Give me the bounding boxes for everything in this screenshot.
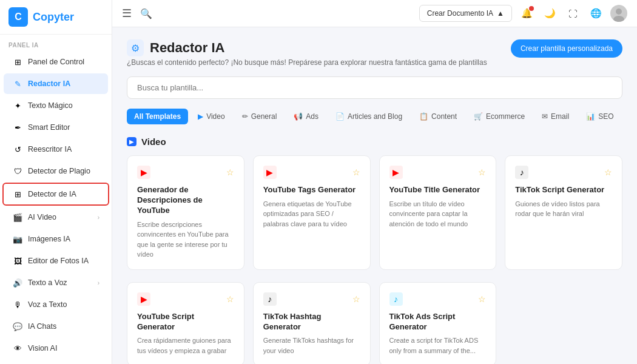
sidebar-item-detector-ia[interactable]: ⊞ Detector de IA bbox=[2, 183, 109, 206]
tab-content[interactable]: 📋 Content bbox=[412, 109, 464, 124]
hamburger-icon[interactable]: ☰ bbox=[122, 7, 132, 20]
edit-icon: ✎ bbox=[12, 78, 23, 89]
tiktok-ads-icon: ♪ bbox=[389, 292, 403, 306]
sidebar-item-redactor-ia[interactable]: ✎ Redactor IA bbox=[4, 73, 108, 94]
star-icon[interactable]: ☆ bbox=[478, 294, 486, 304]
sidebar-item-panel-control[interactable]: ⊞ Panel de Control bbox=[4, 52, 108, 72]
topbar: ☰ 🔍 Crear Documento IA ▲ 🔔 🌙 ⛶ 🌐 bbox=[112, 0, 637, 27]
card-title: TikTok Ads Script Generator bbox=[389, 312, 487, 332]
card-top: ♪ ☆ bbox=[389, 292, 487, 306]
create-doc-label: Crear Documento IA bbox=[427, 9, 493, 18]
tab-general[interactable]: ✏ General bbox=[235, 109, 285, 124]
cards-row-1: ▶ ☆ Generador de Descripciones de YouTub… bbox=[127, 155, 622, 270]
create-template-button[interactable]: Crear plantilla personalizada bbox=[511, 39, 622, 58]
chevron-up-icon: ▲ bbox=[497, 9, 504, 18]
star-icon[interactable]: ☆ bbox=[478, 167, 486, 177]
search-icon[interactable]: 🔍 bbox=[140, 8, 152, 19]
chevron-right-icon: › bbox=[98, 214, 99, 221]
card-desc: Guiones de vídeo listos para rodar que l… bbox=[515, 199, 612, 219]
fullscreen-icon[interactable]: ⛶ bbox=[564, 5, 581, 22]
sidebar-label: AI Video bbox=[28, 213, 98, 221]
card-desc: Generate TikToks hashtags for your video bbox=[263, 335, 360, 356]
star-icon[interactable]: ☆ bbox=[226, 167, 234, 177]
sidebar-item-vision-ai[interactable]: 👁 Vision AI bbox=[4, 338, 108, 359]
chat-icon: 💬 bbox=[12, 321, 23, 332]
sidebar-label: Voz a Texto bbox=[28, 300, 99, 309]
sidebar-item-imagenes-ia[interactable]: 📷 Imágenes IA bbox=[4, 229, 108, 249]
sidebar-item-ia-chats[interactable]: 💬 IA Chats bbox=[4, 316, 108, 337]
card-desc: Escribe descripciones convincentes en Yo… bbox=[137, 220, 234, 260]
logo-icon: C bbox=[8, 7, 28, 27]
refresh-icon: ↺ bbox=[12, 144, 23, 155]
create-doc-button[interactable]: Crear Documento IA ▲ bbox=[419, 5, 512, 22]
tab-ecommerce[interactable]: 🛒 Ecommerce bbox=[467, 109, 532, 124]
page-subtitle: ¿Buscas el contenido perfecto? ¡No busqu… bbox=[127, 58, 487, 67]
star-icon[interactable]: ☆ bbox=[226, 294, 234, 304]
avatar[interactable] bbox=[610, 5, 627, 22]
sidebar-label: Reescritor IA bbox=[28, 145, 99, 153]
content-area: ⚙ Redactor IA ¿Buscas el contenido perfe… bbox=[112, 27, 637, 364]
globe-icon[interactable]: 🌐 bbox=[587, 5, 604, 22]
card-title: YouTube Title Generator bbox=[389, 185, 487, 195]
card-top: ♪ ☆ bbox=[515, 166, 612, 179]
tabs-bar: All Templates ▶ Video ✏ General 📢 Ads 📄 … bbox=[127, 109, 622, 124]
card-yt-desc[interactable]: ▶ ☆ Generador de Descripciones de YouTub… bbox=[127, 155, 244, 270]
sidebar-item-voz-a-texto[interactable]: 🎙 Voz a Texto bbox=[4, 294, 108, 315]
card-placeholder bbox=[505, 282, 622, 364]
card-yt-tags[interactable]: ▶ ☆ YouTube Tags Generator Genera etique… bbox=[253, 155, 371, 270]
sidebar-item-reescritor-ia[interactable]: ↺ Reescritor IA bbox=[4, 139, 108, 160]
card-yt-title[interactable]: ▶ ☆ YouTube Title Generator Escribe un t… bbox=[379, 155, 497, 270]
tab-seo[interactable]: 📊 SEO bbox=[579, 109, 621, 124]
tab-label: Articles and Blog bbox=[348, 112, 402, 121]
card-title: TikTok Script Generator bbox=[515, 185, 612, 195]
star-icon[interactable]: ☆ bbox=[604, 167, 612, 177]
card-tiktok-ads[interactable]: ♪ ☆ TikTok Ads Script Generator Create a… bbox=[379, 282, 497, 364]
topbar-icons: 🔔 🌙 ⛶ 🌐 bbox=[518, 5, 627, 22]
card-tiktok-hashtag[interactable]: ♪ ☆ TikTok Hashtag Generator Generate Ti… bbox=[253, 282, 371, 364]
content-tab-icon: 📋 bbox=[419, 112, 428, 121]
notification-icon[interactable]: 🔔 bbox=[518, 5, 535, 22]
tab-ads[interactable]: 📢 Ads bbox=[286, 109, 326, 124]
tab-label: Ecommerce bbox=[486, 112, 525, 121]
star-icon[interactable]: ☆ bbox=[352, 294, 360, 304]
sidebar-label: Texto a Voz bbox=[28, 278, 98, 287]
magic-icon: ✦ bbox=[12, 100, 23, 111]
card-desc: Genera etiquetas de YouTube optimizadas … bbox=[263, 199, 360, 229]
tab-articles[interactable]: 📄 Articles and Blog bbox=[328, 109, 410, 124]
sidebar-item-texto-magico[interactable]: ✦ Texto Mágico bbox=[4, 95, 108, 116]
detector-icon: ⊞ bbox=[12, 189, 23, 200]
article-tab-icon: 📄 bbox=[335, 112, 345, 121]
moon-icon[interactable]: 🌙 bbox=[541, 5, 558, 22]
shield-icon: 🛡 bbox=[12, 166, 23, 177]
star-icon[interactable]: ☆ bbox=[352, 167, 360, 177]
main-area: ☰ 🔍 Crear Documento IA ▲ 🔔 🌙 ⛶ 🌐 ⚙ bbox=[112, 0, 637, 364]
youtube-icon: ▶ bbox=[137, 166, 150, 179]
sidebar-item-texto-a-voz[interactable]: 🔊 Texto a Voz › bbox=[4, 272, 108, 293]
card-yt-script[interactable]: ▶ ☆ YouTube Script Generator Crea rápida… bbox=[127, 282, 244, 364]
sidebar-item-ai-video[interactable]: 🎬 AI Video › bbox=[4, 207, 108, 228]
page-title: Redactor IA bbox=[150, 40, 224, 56]
sidebar-item-smart-editor[interactable]: ✒ Smart Editor bbox=[4, 117, 108, 138]
sound-icon: 🔊 bbox=[12, 277, 23, 288]
ads-tab-icon: 📢 bbox=[294, 112, 303, 121]
sidebar-label: Redactor IA bbox=[28, 79, 99, 88]
sidebar: C Copyter PANEL IA ⊞ Panel de Control ✎ … bbox=[0, 0, 112, 364]
cards-row-2: ▶ ☆ YouTube Script Generator Crea rápida… bbox=[127, 282, 622, 364]
tab-video[interactable]: ▶ Video bbox=[190, 109, 232, 124]
template-search-input[interactable] bbox=[127, 76, 622, 99]
eye-icon: 👁 bbox=[12, 343, 23, 354]
tab-email[interactable]: ✉ Email bbox=[534, 109, 576, 124]
sidebar-item-editor-fotos-ia[interactable]: 🖼 Editor de Fotos IA bbox=[4, 251, 108, 271]
video-section-header: ▶ Video bbox=[127, 136, 622, 147]
card-tiktok-script[interactable]: ♪ ☆ TikTok Script Generator Guiones de v… bbox=[505, 155, 622, 270]
video-section-title: Video bbox=[141, 136, 166, 147]
grid-icon: ⊞ bbox=[12, 56, 23, 67]
redactor-ia-icon: ⚙ bbox=[127, 39, 144, 56]
pencil-tab-icon: ✏ bbox=[242, 112, 248, 121]
mic-icon: 🎙 bbox=[12, 299, 23, 310]
email-tab-icon: ✉ bbox=[542, 112, 548, 121]
sidebar-logo: C Copyter bbox=[0, 0, 112, 35]
sidebar-item-detector-plagio[interactable]: 🛡 Detector de Plagio bbox=[4, 161, 108, 181]
youtube-icon: ▶ bbox=[137, 292, 150, 306]
tab-all-templates[interactable]: All Templates bbox=[127, 109, 188, 124]
